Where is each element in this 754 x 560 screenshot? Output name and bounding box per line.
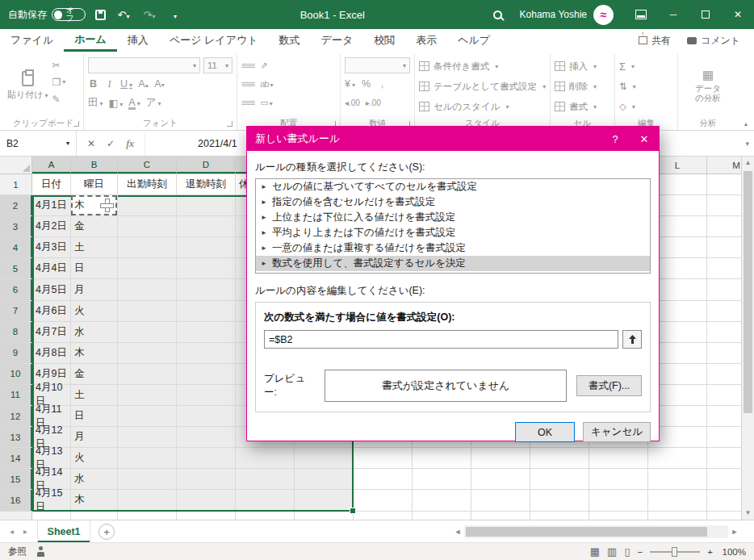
- cell-D12[interactable]: [177, 406, 236, 426]
- format-cells-button[interactable]: 書式: [555, 98, 610, 115]
- format-painter-button[interactable]: ✎: [52, 92, 66, 106]
- rule-item-cell-values[interactable]: セルの値に基づいてすべてのセルを書式設定: [256, 179, 650, 194]
- row-header-14[interactable]: 14: [0, 448, 32, 468]
- ok-button[interactable]: OK: [515, 422, 575, 442]
- row-header-12[interactable]: 12: [0, 406, 32, 426]
- tab-file[interactable]: ファイル: [0, 29, 64, 52]
- row-header-1[interactable]: 1: [0, 174, 32, 194]
- cell-A9[interactable]: 4月8日: [32, 343, 71, 363]
- cell-A8[interactable]: 4月7日: [32, 322, 71, 342]
- orientation-icon[interactable]: ⇗: [260, 61, 266, 71]
- row-header-3[interactable]: 3: [0, 216, 32, 236]
- cell-D9[interactable]: [177, 343, 236, 363]
- conditional-formatting-button[interactable]: 条件付き書式: [419, 57, 546, 75]
- collapse-dialog-button[interactable]: [622, 330, 642, 349]
- align-top-icons[interactable]: ≡≡≡: [241, 61, 254, 70]
- row-header-8[interactable]: 8: [0, 322, 32, 342]
- cell-C5[interactable]: [118, 258, 177, 278]
- prev-sheet-icon[interactable]: ◂: [10, 527, 14, 536]
- comma-format-button[interactable]: ,: [377, 78, 387, 90]
- ribbon-display-options-button[interactable]: [625, 0, 657, 29]
- formula-bar-value[interactable]: 2021/4/1: [198, 131, 237, 156]
- row-header-5[interactable]: 5: [0, 258, 32, 278]
- horizontal-scrollbar[interactable]: ◄ ►: [451, 520, 754, 542]
- active-cell-B2[interactable]: 木: [71, 195, 118, 215]
- phonetic-button[interactable]: ア: [146, 96, 161, 110]
- dialog-launcher-icon[interactable]: [73, 121, 79, 127]
- cell-B9[interactable]: 木: [71, 343, 118, 363]
- insert-function-button[interactable]: fx: [120, 137, 140, 150]
- cell-E15[interactable]: [236, 469, 295, 489]
- cell-C3[interactable]: [118, 216, 177, 236]
- analyze-data-button[interactable]: ▦ データの分析: [695, 54, 721, 117]
- tab-insert[interactable]: 挿入: [117, 29, 159, 52]
- decrease-font-button[interactable]: A▾: [154, 78, 165, 90]
- account-name[interactable]: Kohama Yoshie: [520, 9, 587, 20]
- cell-E14[interactable]: [236, 448, 295, 468]
- tab-page-layout[interactable]: ページ レイアウト: [159, 29, 269, 52]
- scroll-right-icon[interactable]: ►: [728, 528, 741, 536]
- customize-quick-access-button[interactable]: ▾: [167, 9, 183, 21]
- cell-D10[interactable]: [177, 364, 236, 384]
- fill-color-button[interactable]: ◧: [109, 97, 124, 109]
- format-as-table-button[interactable]: テーブルとして書式設定: [419, 77, 546, 95]
- expand-formula-bar-icon[interactable]: ▾: [745, 131, 749, 156]
- collapse-ribbon-icon[interactable]: ▴: [744, 120, 748, 127]
- cell-B12[interactable]: 日: [71, 406, 118, 426]
- cell-A4[interactable]: 4月3日: [32, 237, 71, 257]
- dialog-title-bar[interactable]: 新しい書式ルール ? ✕: [247, 127, 659, 151]
- cell-B17[interactable]: [71, 512, 118, 520]
- font-color-button[interactable]: A: [128, 97, 140, 108]
- rule-item-top-bottom[interactable]: 上位または下位に入る値だけを書式設定: [256, 210, 650, 225]
- cell-C12[interactable]: [118, 406, 177, 426]
- row-header-10[interactable]: 10: [0, 364, 32, 384]
- autosave-switch[interactable]: オフ: [52, 8, 86, 21]
- cell-D5[interactable]: [177, 258, 236, 278]
- formula-input[interactable]: [264, 330, 618, 349]
- tab-data[interactable]: データ: [311, 29, 364, 52]
- italic-button[interactable]: I: [104, 78, 115, 90]
- save-icon[interactable]: [95, 10, 106, 20]
- row-header-11[interactable]: 11: [0, 385, 32, 405]
- zoom-slider-knob[interactable]: [672, 547, 677, 557]
- underline-button[interactable]: U: [120, 78, 132, 90]
- normal-view-icon[interactable]: ▦: [590, 546, 600, 557]
- tab-home[interactable]: ホーム: [64, 29, 117, 52]
- cell-B14[interactable]: 火: [71, 448, 118, 468]
- cell-F14[interactable]: [295, 448, 354, 468]
- cell-D16[interactable]: [177, 490, 236, 510]
- cell-D1[interactable]: 退勤時刻: [177, 174, 236, 194]
- vertical-scrollbar[interactable]: ▲ ▼: [741, 157, 754, 520]
- currency-format-button[interactable]: ¥: [345, 78, 355, 90]
- clear-button[interactable]: ◇: [619, 98, 673, 115]
- cell-E17[interactable]: [236, 512, 295, 520]
- align-bottom-icons[interactable]: ≡≡≡: [241, 98, 254, 107]
- comments-button[interactable]: コメント: [680, 31, 748, 50]
- cell-C9[interactable]: [118, 343, 177, 363]
- cell-B7[interactable]: 火: [71, 301, 118, 321]
- horizontal-scroll-track[interactable]: [464, 525, 728, 538]
- zoom-out-icon[interactable]: −: [638, 547, 643, 557]
- column-header-D[interactable]: D: [177, 157, 236, 173]
- scroll-down-icon[interactable]: ▼: [742, 507, 754, 520]
- bold-button[interactable]: B: [88, 78, 98, 90]
- decrease-decimal-button[interactable]: ▸.00: [366, 98, 381, 107]
- cells-empty[interactable]: [354, 512, 741, 520]
- cell-D7[interactable]: [177, 301, 236, 321]
- cell-C14[interactable]: [118, 448, 177, 468]
- cell-D13[interactable]: [177, 427, 236, 447]
- new-sheet-button[interactable]: +: [98, 524, 115, 540]
- search-icon[interactable]: [493, 10, 502, 19]
- autosave-toggle[interactable]: 自動保存 オフ: [8, 8, 86, 22]
- cell-A5[interactable]: 4月4日: [32, 258, 71, 278]
- page-break-view-icon[interactable]: ▯: [624, 546, 630, 557]
- row-header-7[interactable]: 7: [0, 301, 32, 321]
- cell-C17[interactable]: [118, 512, 177, 520]
- cell-C6[interactable]: [118, 279, 177, 299]
- undo-button[interactable]: ↶▾: [115, 9, 132, 21]
- redo-button[interactable]: ↷▾: [141, 9, 157, 21]
- cell-D6[interactable]: [177, 279, 236, 299]
- cancel-entry-button[interactable]: ✕: [82, 138, 101, 149]
- fill-handle[interactable]: [350, 508, 356, 514]
- rule-item-contains-value[interactable]: 指定の値を含むセルだけを書式設定: [256, 194, 650, 210]
